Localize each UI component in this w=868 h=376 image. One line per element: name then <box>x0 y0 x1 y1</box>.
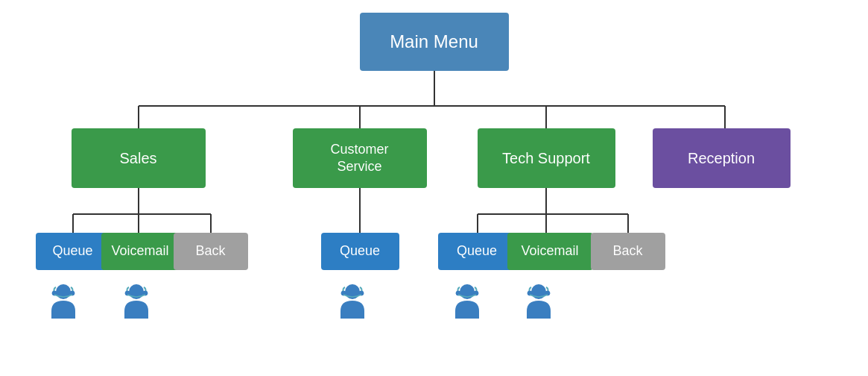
main-menu-node: Main Menu <box>360 13 509 71</box>
sales-node: Sales <box>72 128 206 188</box>
customer-service-node: CustomerService <box>293 128 427 188</box>
tech-support-node: Tech Support <box>478 128 615 188</box>
ts-voicemail-node: Voicemail <box>507 233 593 270</box>
org-chart: Main Menu Sales CustomerService Tech Sup… <box>25 5 844 371</box>
cs-queue-node: Queue <box>321 233 399 270</box>
sales-back-node: Back <box>174 233 248 270</box>
sales-queue-agent-icon <box>47 281 80 320</box>
ts-voicemail-agent-icon <box>522 281 555 320</box>
ts-back-node: Back <box>591 233 665 270</box>
ts-queue-node: Queue <box>438 233 516 270</box>
sales-queue-node: Queue <box>36 233 110 270</box>
sales-voicemail-node: Voicemail <box>101 233 180 270</box>
reception-node: Reception <box>653 128 791 188</box>
ts-queue-agent-icon <box>451 281 484 320</box>
sales-voicemail-agent-icon <box>120 281 153 320</box>
cs-queue-agent-icon <box>336 281 369 320</box>
